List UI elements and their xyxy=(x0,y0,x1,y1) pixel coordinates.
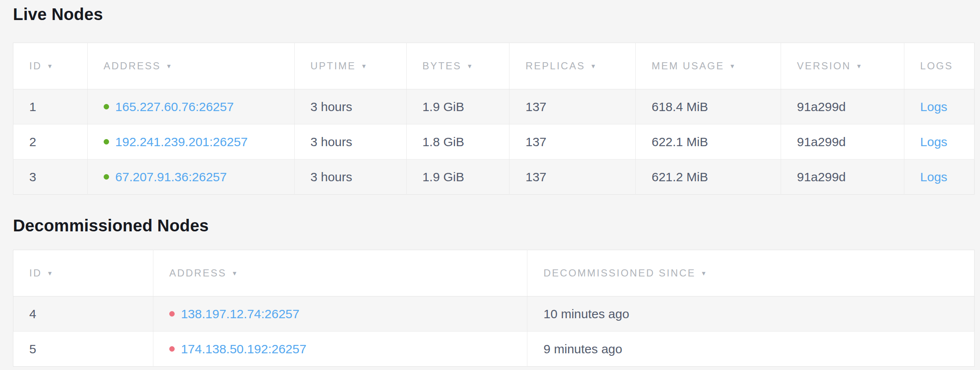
column-header-uptime[interactable]: UPTIME▾ xyxy=(294,43,406,89)
sort-arrow-icon: ▾ xyxy=(233,269,237,277)
sort-arrow-icon: ▾ xyxy=(857,62,861,70)
live-nodes-title: Live Nodes xyxy=(13,5,975,23)
cell-id: 2 xyxy=(13,124,88,160)
column-header-label: DECOMMISSIONED SINCE xyxy=(543,267,695,279)
cell-logs: Logs xyxy=(904,160,974,195)
column-header-version[interactable]: VERSION▾ xyxy=(781,43,904,89)
cell-version: 91a299d xyxy=(781,124,904,160)
column-header-label: VERSION xyxy=(797,60,851,71)
cell-address: 174.138.50.192:26257 xyxy=(153,332,527,367)
decommissioned-nodes-title: Decommissioned Nodes xyxy=(13,216,975,235)
cell-id: 4 xyxy=(13,297,153,332)
column-header-id[interactable]: ID▾ xyxy=(13,43,88,89)
live-nodes-header-row: ID▾ ADDRESS▾ UPTIME▾ BYTES▾ REPLICAS▾ ME… xyxy=(13,43,975,89)
sort-arrow-icon: ▾ xyxy=(167,62,171,70)
cell-address: 192.241.239.201:26257 xyxy=(87,124,294,160)
sort-arrow-icon: ▾ xyxy=(702,269,706,277)
table-row: 5 174.138.50.192:26257 9 minutes ago xyxy=(13,332,975,367)
column-header-decommissioned-since[interactable]: DECOMMISSIONED SINCE▾ xyxy=(527,250,975,297)
column-header-replicas[interactable]: REPLICAS▾ xyxy=(509,43,636,89)
cell-mem-usage: 622.1 MiB xyxy=(636,124,781,160)
column-header-label: ADDRESS xyxy=(169,267,227,279)
cell-replicas: 137 xyxy=(509,89,636,124)
live-nodes-table: ID▾ ADDRESS▾ UPTIME▾ BYTES▾ REPLICAS▾ ME… xyxy=(13,43,975,195)
column-header-logs: LOGS xyxy=(904,43,974,89)
cell-uptime: 3 hours xyxy=(294,89,406,124)
cell-address: 67.207.91.36:26257 xyxy=(87,160,294,195)
cell-bytes: 1.9 GiB xyxy=(406,160,509,195)
address-link[interactable]: 138.197.12.74:26257 xyxy=(181,307,300,321)
column-header-label: UPTIME xyxy=(311,60,356,71)
cell-address: 138.197.12.74:26257 xyxy=(153,297,527,332)
column-header-label: MEM USAGE xyxy=(652,60,724,71)
address-link[interactable]: 67.207.91.36:26257 xyxy=(115,170,227,184)
cell-logs: Logs xyxy=(904,124,974,160)
decommissioned-status-dot-icon xyxy=(169,346,175,352)
column-header-label: ADDRESS xyxy=(104,60,161,71)
column-header-bytes[interactable]: BYTES▾ xyxy=(406,43,509,89)
cell-address: 165.227.60.76:26257 xyxy=(87,89,294,124)
address-link[interactable]: 192.241.239.201:26257 xyxy=(115,135,248,149)
decommissioned-status-dot-icon xyxy=(169,311,175,317)
cell-id: 1 xyxy=(13,89,88,124)
column-header-label: LOGS xyxy=(920,60,953,71)
logs-link[interactable]: Logs xyxy=(920,100,947,114)
cell-replicas: 137 xyxy=(509,160,636,195)
sort-arrow-icon: ▾ xyxy=(48,269,52,277)
live-status-dot-icon xyxy=(104,174,109,180)
cell-mem-usage: 621.2 MiB xyxy=(636,160,781,195)
logs-link[interactable]: Logs xyxy=(920,135,947,149)
cell-uptime: 3 hours xyxy=(294,160,406,195)
cell-id: 3 xyxy=(13,160,88,195)
cell-bytes: 1.9 GiB xyxy=(406,89,509,124)
cell-mem-usage: 618.4 MiB xyxy=(636,89,781,124)
logs-link[interactable]: Logs xyxy=(920,170,947,184)
sort-arrow-icon: ▾ xyxy=(731,62,734,70)
cell-decommissioned-since: 9 minutes ago xyxy=(527,332,975,367)
sort-arrow-icon: ▾ xyxy=(591,62,595,70)
cell-bytes: 1.8 GiB xyxy=(406,124,509,160)
column-header-label: REPLICAS xyxy=(525,60,585,71)
nodes-overview-page: Live Nodes ID▾ ADDRESS▾ UPTIME▾ BYTES▾ R… xyxy=(0,0,980,367)
table-row: 1 165.227.60.76:26257 3 hours 1.9 GiB 13… xyxy=(13,89,975,124)
sort-arrow-icon: ▾ xyxy=(468,62,471,70)
address-link[interactable]: 165.227.60.76:26257 xyxy=(115,100,234,114)
cell-decommissioned-since: 10 minutes ago xyxy=(527,297,975,332)
column-header-label: BYTES xyxy=(423,60,462,71)
sort-arrow-icon: ▾ xyxy=(362,62,366,70)
column-header-label: ID xyxy=(29,267,42,279)
table-row: 3 67.207.91.36:26257 3 hours 1.9 GiB 137… xyxy=(13,160,975,195)
live-status-dot-icon xyxy=(104,139,109,144)
decommissioned-nodes-header-row: ID▾ ADDRESS▾ DECOMMISSIONED SINCE▾ xyxy=(13,250,975,297)
column-header-address[interactable]: ADDRESS▾ xyxy=(153,250,527,297)
cell-id: 5 xyxy=(13,332,153,367)
column-header-address[interactable]: ADDRESS▾ xyxy=(87,43,294,89)
column-header-id[interactable]: ID▾ xyxy=(13,250,153,297)
column-header-mem-usage[interactable]: MEM USAGE▾ xyxy=(636,43,781,89)
table-row: 2 192.241.239.201:26257 3 hours 1.8 GiB … xyxy=(13,124,975,160)
cell-uptime: 3 hours xyxy=(294,124,406,160)
cell-logs: Logs xyxy=(904,89,974,124)
live-status-dot-icon xyxy=(104,104,109,109)
cell-replicas: 137 xyxy=(509,124,636,160)
address-link[interactable]: 174.138.50.192:26257 xyxy=(181,342,306,356)
table-row: 4 138.197.12.74:26257 10 minutes ago xyxy=(13,297,975,332)
cell-version: 91a299d xyxy=(781,160,904,195)
sort-arrow-icon: ▾ xyxy=(48,62,52,70)
decommissioned-nodes-table: ID▾ ADDRESS▾ DECOMMISSIONED SINCE▾ 4 138… xyxy=(13,250,975,367)
column-header-label: ID xyxy=(29,60,42,71)
cell-version: 91a299d xyxy=(781,89,904,124)
